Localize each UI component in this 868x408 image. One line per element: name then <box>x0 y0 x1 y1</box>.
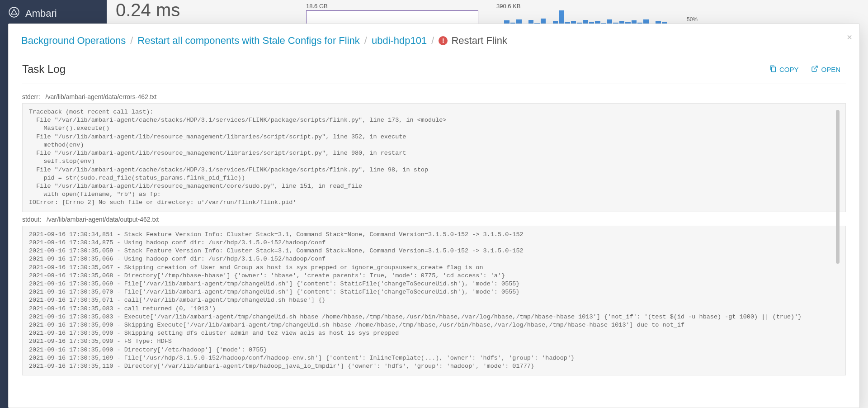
breadcrumb-sep: / <box>429 35 436 47</box>
log-body[interactable]: stderr: /var/lib/ambari-agent/data/error… <box>9 84 859 408</box>
stderr-path: /var/lib/ambari-agent/data/errors-462.tx… <box>46 93 157 100</box>
open-label: OPEN <box>821 66 840 73</box>
stdout-label: stdout: <box>22 216 41 223</box>
open-icon <box>811 65 818 74</box>
scrollbar-thumb[interactable] <box>836 110 840 264</box>
error-icon: ! <box>439 36 448 45</box>
copy-label: COPY <box>779 66 799 73</box>
stdout-output[interactable]: 2021-09-16 17:30:34,851 - Stack Feature … <box>22 226 846 376</box>
breadcrumb-sep: / <box>128 35 135 47</box>
breadcrumb: Background Operations / Restart all comp… <box>9 24 859 50</box>
breadcrumb-link[interactable]: Restart all components with Stale Config… <box>137 35 360 47</box>
stderr-label: stderr: <box>22 93 40 100</box>
task-log-title: Task Log <box>22 63 66 76</box>
stdout-path: /var/lib/ambari-agent/data/output-462.tx… <box>47 216 159 223</box>
copy-button[interactable]: COPY <box>769 65 799 74</box>
stdout-label-row: stdout: /var/lib/ambari-agent/data/outpu… <box>22 216 846 223</box>
breadcrumb-final-label: Restart Flink <box>451 35 507 47</box>
task-log-actions: COPY OPEN <box>769 65 840 74</box>
stderr-label-row: stderr: /var/lib/ambari-agent/data/error… <box>22 93 846 100</box>
stderr-output[interactable]: Traceback (most recent call last): File … <box>22 103 846 212</box>
copy-icon <box>769 65 777 74</box>
task-log-header: Task Log COPY OPEN <box>9 50 859 79</box>
close-icon[interactable]: × <box>847 32 852 43</box>
open-button[interactable]: OPEN <box>811 65 840 74</box>
task-log-modal: × Background Operations / Restart all co… <box>8 24 860 408</box>
breadcrumb-final: ! Restart Flink <box>439 35 507 47</box>
breadcrumb-link[interactable]: ubdi-hdp101 <box>372 35 427 47</box>
breadcrumb-sep: / <box>363 35 369 47</box>
svg-line-1 <box>814 66 817 69</box>
breadcrumb-link[interactable]: Background Operations <box>21 35 126 47</box>
